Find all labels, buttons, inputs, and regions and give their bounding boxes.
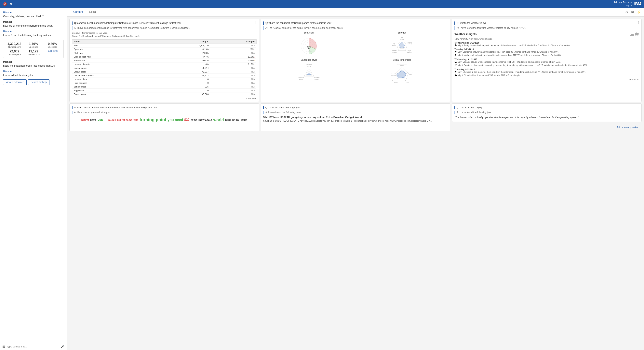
word-item: you need	[168, 118, 183, 122]
add-question-btn[interactable]: Add a new question	[452, 123, 642, 131]
metric-open-rate: 1.76% Open rate	[25, 42, 42, 48]
chat-panel: Watson Good day, Michael, how can I help…	[0, 8, 67, 350]
words-more-btn[interactable]: ⋮	[254, 105, 257, 109]
svg-text:likely: likely	[409, 74, 412, 75]
table-row: Unsubscribe rate	[72, 62, 161, 66]
language-title: Language style	[263, 58, 355, 61]
language-radar: Confident unlikely Tentative unlikely An…	[263, 62, 355, 84]
table-row: Hard bounces	[72, 81, 161, 85]
svg-text:unlikely: unlikely	[400, 38, 404, 40]
svg-text:unlikely: unlikely	[392, 52, 397, 53]
table-row: Open rate	[72, 47, 161, 51]
settings-icon[interactable]: ⚙	[625, 10, 628, 14]
sentiment-more-btn[interactable]: ⋮	[445, 21, 448, 24]
weather-text: Day: Variable clouds with scattered thun…	[458, 60, 561, 64]
svg-text:Disgust: Disgust	[408, 42, 412, 43]
michael-text-2: notify me if average open rate is less t…	[3, 64, 64, 68]
svg-text:0%: 0%	[308, 48, 310, 50]
svg-text:unlikely: unlikely	[299, 79, 304, 80]
tab-skills[interactable]: Skills	[86, 8, 99, 16]
table-row: Bounce rate	[72, 58, 161, 62]
svg-marker-30	[308, 72, 310, 74]
metric-click-rate: 0.86% Click rate	[44, 42, 61, 48]
table-row: Unique opens	[72, 66, 161, 70]
ibm-logo: IBM	[634, 2, 641, 6]
chat-input[interactable]	[6, 345, 59, 348]
weather-entry: ⛈ Night: Scattered thunderstorms during …	[454, 64, 639, 67]
word-item: know	[191, 118, 197, 121]
user-name: Michael Bordash	[614, 1, 632, 4]
col-group-a: Group A	[161, 40, 210, 44]
michael-label-1: Michael	[3, 20, 64, 23]
svg-text:unlikely: unlikely	[314, 79, 319, 80]
word-item: point	[156, 117, 166, 122]
mic-icon[interactable]: 🎤	[60, 345, 64, 348]
metrics-grid-bottom: 22,902 Unique opens 11,172 Unique clicks…	[6, 50, 61, 56]
cards-row-1: ⋮ Q: compare benchmark named "Computer S…	[69, 19, 642, 102]
social-radar: Conscientiousness unlikely Emotional Ran…	[356, 62, 448, 84]
weather-text: Night: Partly to mostly cloudy with a ch…	[458, 44, 570, 47]
emotion-title: Emotion	[356, 31, 448, 34]
svg-text:Joy: Joy	[393, 43, 395, 44]
tab-content[interactable]: Content	[70, 8, 86, 16]
weather-text: Night: Variable clouds with scattered th…	[458, 54, 561, 57]
weather-answer: A: I have found the following weather re…	[454, 26, 639, 30]
metric-unique-opens: 22,902 Unique opens	[6, 50, 23, 56]
emotion-radar: Fear unlikely Joy unlikely Disgust unlik…	[356, 35, 448, 57]
view-fullscreen-button[interactable]: View in fullscreen	[3, 80, 26, 85]
layout-icon[interactable]: ⊞	[631, 10, 634, 14]
word-item: earn	[134, 118, 138, 121]
weather-text: Night: Scattered thunderstorms during th…	[458, 64, 588, 67]
tab-bar: Content Skills ⚙ ⊞ ⚡ ⤢	[67, 8, 644, 16]
news-answer: A: I have found the following news.	[263, 111, 448, 114]
words-card: ⋮ Q: which words drove open rate for mai…	[69, 104, 259, 131]
tab-icons: ⚙ ⊞ ⚡ ⤢	[625, 10, 641, 14]
metric-add[interactable]: + add metric	[44, 50, 61, 56]
search-for-help-button[interactable]: Search for help	[28, 80, 49, 85]
svg-text:unlikely: unlikely	[407, 52, 412, 53]
logout-link[interactable]: logout	[614, 4, 632, 7]
benchmark-groups: Group A – Sent mailings for last year.Gr…	[72, 31, 256, 38]
word-item: yes	[98, 118, 103, 122]
news-card: ⋮ Q: show me news about "gadgets" A: I h…	[261, 104, 450, 131]
weather-question: Q: what's the weather in nyc	[454, 22, 639, 25]
mute-icon[interactable]: 🔇	[3, 2, 7, 6]
weather-entry: 🌥 Night: Cloudy skies. Low around 70F. W…	[454, 74, 639, 77]
news-more-btn[interactable]: ⋮	[445, 105, 448, 109]
weather-title: Weather insights ☁🌧	[454, 31, 639, 37]
content-panel: Content Skills ⚙ ⊞ ⚡ ⤢ ⋮ Q: compare benc…	[67, 8, 644, 350]
benchmark-table: Metric Group A Group B Sent2,100,010N/AO…	[72, 40, 256, 96]
share-icon[interactable]: ⚡	[637, 10, 641, 14]
sentiment-card: ⋮ Q: what's the sentiment of "Casual gam…	[261, 19, 450, 102]
weather-day-title: Thursday, 9/13/2018	[454, 68, 639, 70]
benchmark-more-btn[interactable]: ⋮	[254, 21, 257, 24]
word-item: know about	[198, 118, 212, 122]
svg-text:unlikely: unlikely	[394, 82, 398, 83]
show-more-btn[interactable]: show more	[72, 97, 256, 99]
chat-messages: Watson Good day, Michael, how can I help…	[0, 8, 67, 343]
weather-day-title: Monday night, 9/10/2018	[454, 42, 639, 44]
weather-entry: 🌤 Day: Variable clouds with scattered th…	[454, 60, 639, 64]
svg-marker-21	[399, 42, 404, 48]
weather-icon: 🌤	[454, 44, 457, 47]
weather-text: Day: Showers in the morning, then cloudy…	[458, 70, 586, 74]
weather-show-more[interactable]: show more	[454, 78, 639, 80]
refresh-icon[interactable]: ↻	[10, 2, 12, 6]
michael-text-1: how are all campaigns performing this ye…	[3, 24, 64, 28]
joke-more-btn[interactable]: ⋮	[637, 105, 640, 109]
cards-row-2: ⋮ Q: which words drove open rate for mai…	[69, 104, 642, 131]
watson-text-1: Good day, Michael, how can I help?	[3, 14, 64, 18]
sentiment-answer: A: The "Casual games for the addict in y…	[263, 26, 448, 30]
table-row: Conversions	[72, 92, 161, 96]
cloud-icon: ☁🌧	[630, 31, 639, 37]
weather-entry: 🌧 Day: Showers in the morning, then clou…	[454, 70, 639, 74]
language-style-section: Language style Confident unlikely Tentat…	[263, 58, 355, 84]
weather-more-btn[interactable]: ⋮	[637, 21, 640, 24]
weather-day-title: Wednesday, 9/12/2018	[454, 58, 639, 60]
grid-icon[interactable]: ⊞	[2, 345, 5, 348]
svg-text:very likely: very likely	[391, 75, 396, 76]
cards-container: ⋮ Q: compare benchmark named "Computer S…	[67, 16, 644, 350]
table-row: Suppressed	[72, 88, 161, 92]
watson-label-1: Watson	[3, 11, 64, 14]
word-item: parent	[240, 119, 247, 121]
